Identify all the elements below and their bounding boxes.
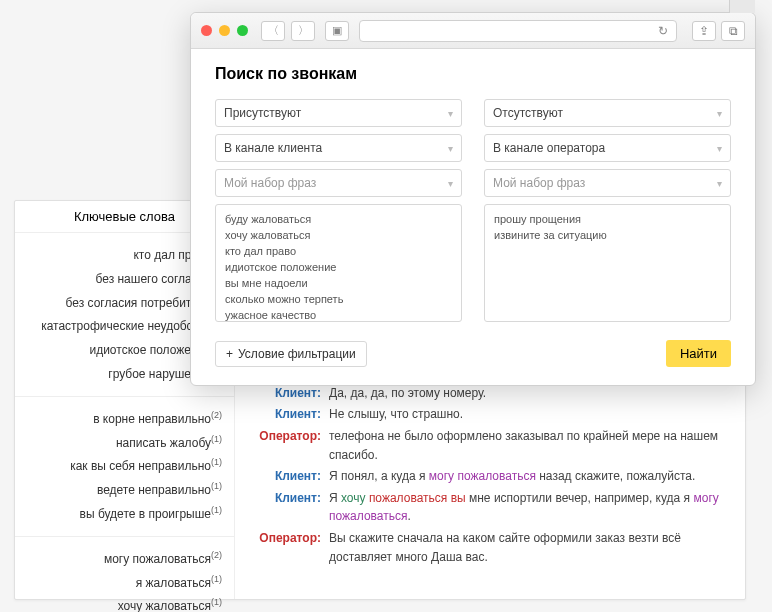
transcript-text: Я хочу пожаловаться вы мне испортили веч… (329, 489, 727, 526)
phrase-set-select[interactable]: Мой набор фраз▾ (484, 169, 731, 197)
transcript-row: Оператор:Вы скажите сначала на каком сай… (249, 529, 727, 566)
phrase-set-select[interactable]: Мой набор фраз▾ (215, 169, 462, 197)
transcript-row: Клиент:Да, да, да, по этому номеру. (249, 384, 727, 403)
sidebar-toggle-icon[interactable]: ▣ (325, 21, 349, 41)
filter-column-absent: Отсутствуют▾ В канале оператора▾ Мой наб… (484, 99, 731, 322)
speaker-label: Оператор: (249, 529, 321, 566)
add-filter-button[interactable]: +Условие фильтрации (215, 341, 367, 367)
filter-column-present: Присутствуют▾ В канале клиента▾ Мой набо… (215, 99, 462, 322)
find-button[interactable]: Найти (666, 340, 731, 367)
address-bar[interactable]: ↻ (359, 20, 677, 42)
presence-select[interactable]: Присутствуют▾ (215, 99, 462, 127)
chevron-down-icon: ▾ (448, 178, 453, 189)
search-form: Поиск по звонкам Присутствуют▾ В канале … (191, 49, 755, 385)
speaker-label: Оператор: (249, 427, 321, 464)
page-title: Поиск по звонкам (215, 65, 731, 83)
transcript-row: Клиент:Я хочу пожаловаться вы мне испорт… (249, 489, 727, 526)
chevron-down-icon: ▾ (448, 108, 453, 119)
speaker-label: Клиент: (249, 405, 321, 424)
speaker-label: Клиент: (249, 489, 321, 526)
channel-select[interactable]: В канале оператора▾ (484, 134, 731, 162)
channel-select[interactable]: В канале клиента▾ (215, 134, 462, 162)
speaker-label: Клиент: (249, 467, 321, 486)
new-tab-button[interactable]: + (729, 0, 755, 13)
chevron-down-icon: ▾ (717, 143, 722, 154)
chevron-down-icon: ▾ (717, 178, 722, 189)
maximize-icon[interactable] (237, 25, 248, 36)
presence-select[interactable]: Отсутствуют▾ (484, 99, 731, 127)
transcript-text: телефона не было оформлено заказывал по … (329, 427, 727, 464)
transcript-text: Не слышу, что страшно. (329, 405, 727, 424)
window-titlebar: 〈 〉 ▣ ↻ ⇪ ⧉ (191, 13, 755, 49)
close-icon[interactable] (201, 25, 212, 36)
phrases-input-left[interactable]: буду жаловатьсяхочу жаловатьсякто дал пр… (215, 204, 462, 322)
minimize-icon[interactable] (219, 25, 230, 36)
speaker-label: Клиент: (249, 384, 321, 403)
forward-button[interactable]: 〉 (291, 21, 315, 41)
chevron-down-icon: ▾ (448, 143, 453, 154)
transcript-row: Клиент:Не слышу, что страшно. (249, 405, 727, 424)
transcript-text: Да, да, да, по этому номеру. (329, 384, 727, 403)
chevron-down-icon: ▾ (717, 108, 722, 119)
share-icon[interactable]: ⇪ (692, 21, 716, 41)
transcript-text: Вы скажите сначала на каком сайте оформи… (329, 529, 727, 566)
keyword-group: могу пожаловаться(2)я жаловаться(1)хочу … (15, 537, 234, 612)
keyword-group: в корне неправильно(2)написать жалобу(1)… (15, 397, 234, 537)
browser-window: 〈 〉 ▣ ↻ ⇪ ⧉ + Поиск по звонкам Присутств… (190, 12, 756, 386)
back-button[interactable]: 〈 (261, 21, 285, 41)
transcript-text: Я понял, а куда я могу пожаловаться наза… (329, 467, 727, 486)
transcript-row: Оператор:телефона не было оформлено зака… (249, 427, 727, 464)
tabs-icon[interactable]: ⧉ (721, 21, 745, 41)
phrases-input-right[interactable]: прошу прощенияизвините за ситуацию (484, 204, 731, 322)
transcript-row: Клиент:Я понял, а куда я могу пожаловать… (249, 467, 727, 486)
plus-icon: + (226, 347, 233, 361)
